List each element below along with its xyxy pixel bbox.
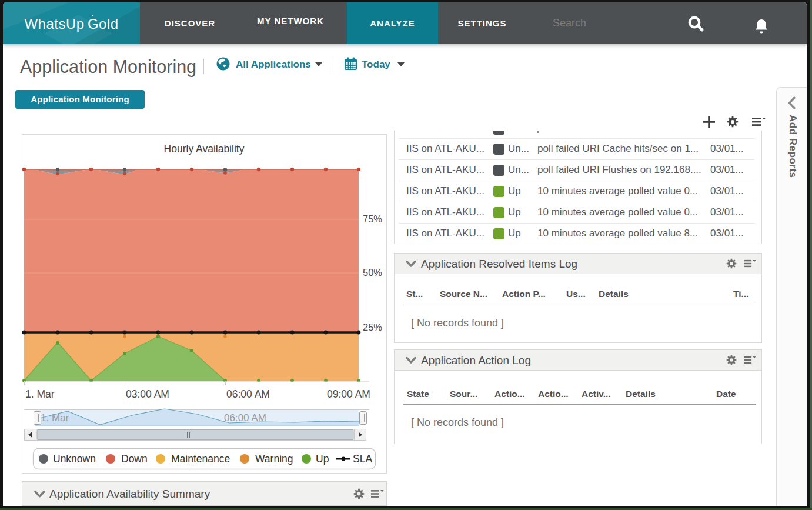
svg-text:SLA: SLA bbox=[353, 453, 372, 465]
svg-text:25%: 25% bbox=[363, 322, 382, 332]
svg-text:1. Mar: 1. Mar bbox=[41, 412, 69, 424]
svg-text:06:00 AM: 06:00 AM bbox=[224, 412, 266, 424]
svg-text:Warning: Warning bbox=[255, 453, 293, 465]
svg-text:Maintenance: Maintenance bbox=[171, 453, 230, 465]
svg-text:06:00 AM: 06:00 AM bbox=[226, 388, 270, 400]
svg-text:Hourly Availability: Hourly Availability bbox=[164, 143, 245, 155]
svg-text:Unknown: Unknown bbox=[53, 453, 96, 465]
svg-text:03:00 AM: 03:00 AM bbox=[126, 388, 169, 400]
svg-text:75%: 75% bbox=[363, 214, 382, 224]
svg-text:Up: Up bbox=[316, 453, 329, 465]
svg-text:50%: 50% bbox=[363, 267, 382, 278]
svg-text:Down: Down bbox=[121, 453, 148, 465]
svg-text:1. Mar: 1. Mar bbox=[25, 388, 55, 400]
svg-text:09:00 AM: 09:00 AM bbox=[327, 388, 370, 400]
